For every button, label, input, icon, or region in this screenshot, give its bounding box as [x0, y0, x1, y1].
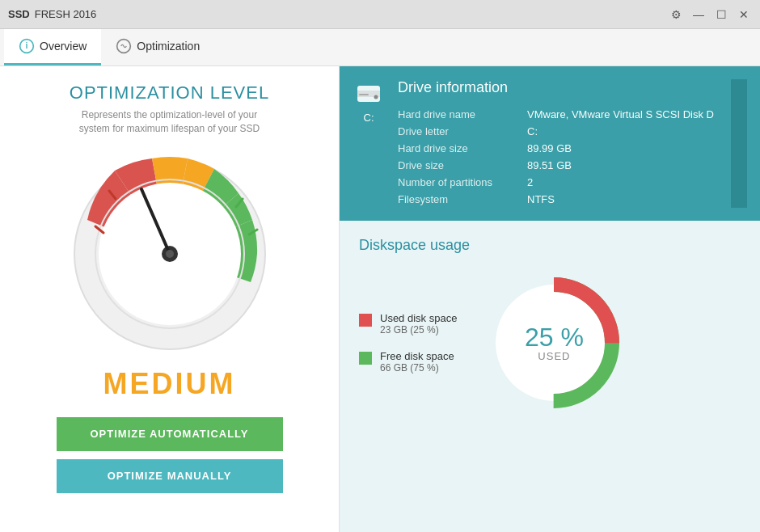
donut-percent: 25 %: [525, 324, 584, 350]
drive-section-accent: [731, 79, 747, 208]
drive-info-value: 89.99 GB: [527, 140, 718, 157]
drive-info-row-5: FilesystemNTFS: [398, 191, 718, 208]
legend-text-1: Free disk space66 GB (75 %): [380, 350, 454, 374]
legend-text-0: Used disk space23 GB (25 %): [380, 312, 457, 336]
legend-item-1: Free disk space66 GB (75 %): [359, 350, 457, 374]
drive-info-label: Filesystem: [398, 191, 527, 208]
optimization-icon: [116, 38, 132, 54]
drive-info-column: Drive information Hard drive nameVMware,…: [398, 79, 718, 208]
drive-info-value: 2: [527, 174, 718, 191]
drive-info-label: Drive size: [398, 157, 527, 174]
drive-info-row-3: Drive size89.51 GB: [398, 157, 718, 174]
drive-info-row-1: Drive letterC:: [398, 123, 718, 140]
legend-title-0: Used disk space: [380, 312, 457, 324]
drive-info-value: NTFS: [527, 191, 718, 208]
settings-button[interactable]: ⚙: [668, 6, 684, 23]
legend-sub-0: 23 GB (25 %): [380, 324, 457, 336]
drive-info-value: C:: [527, 123, 718, 140]
main-content: OPTIMIZATION LEVEL Represents the optimi…: [0, 66, 760, 532]
svg-rect-16: [359, 94, 369, 95]
maximize-button[interactable]: ☐: [713, 6, 729, 23]
optimization-title: OPTIMIZATION LEVEL: [70, 82, 269, 103]
tab-optimization-label: Optimization: [137, 40, 200, 53]
donut-used-label: USED: [525, 350, 584, 362]
optimize-automatically-button[interactable]: OPTIMIZE AUTOMATICALLY: [57, 417, 283, 451]
legend-title-1: Free disk space: [380, 350, 454, 362]
tab-overview[interactable]: i Overview: [4, 29, 101, 65]
legend-item-0: Used disk space23 GB (25 %): [359, 312, 457, 336]
legend-items: Used disk space23 GB (25 %)Free disk spa…: [359, 312, 457, 374]
drive-info-title: Drive information: [398, 79, 718, 96]
drive-info-table: Hard drive nameVMware, VMware Virtual S …: [398, 106, 718, 208]
tab-optimization[interactable]: Optimization: [101, 29, 214, 65]
right-panel: C: Drive information Hard drive nameVMwa…: [340, 66, 760, 532]
legend-color-red: [359, 314, 372, 327]
tab-overview-label: Overview: [40, 40, 87, 53]
drive-info-row-4: Number of partitions2: [398, 174, 718, 191]
drive-section: C: Drive information Hard drive nameVMwa…: [340, 66, 760, 221]
optimize-manually-button[interactable]: OPTIMIZE MANUALLY: [57, 459, 283, 493]
drive-info-label: Drive letter: [398, 123, 527, 140]
title-bar: SSD FRESH 2016 ⚙ — ☐ ✕: [0, 0, 760, 29]
gauge-svg: [65, 149, 275, 359]
donut-chart: 25 % USED: [481, 270, 627, 416]
drive-icon-column: C:: [353, 79, 385, 208]
app-name-ssd: SSD: [8, 8, 30, 20]
hard-drive-icon: [354, 79, 383, 108]
minimize-button[interactable]: —: [690, 6, 707, 23]
drive-info-row-2: Hard drive size89.99 GB: [398, 140, 718, 157]
level-label: MEDIUM: [103, 367, 236, 401]
info-icon: i: [19, 38, 35, 54]
optimization-subtitle: Represents the optimization-level of you…: [79, 108, 260, 136]
left-panel: OPTIMIZATION LEVEL Represents the optimi…: [0, 66, 340, 532]
diskspace-title: Diskspace usage: [359, 237, 741, 254]
close-button[interactable]: ✕: [736, 6, 752, 23]
nav-bar: i Overview Optimization: [0, 29, 760, 66]
svg-text:i: i: [25, 40, 27, 50]
title-bar-controls: ⚙ — ☐ ✕: [668, 6, 752, 23]
title-bar-left: SSD FRESH 2016: [8, 8, 96, 20]
drive-info-value: 89.51 GB: [527, 157, 718, 174]
drive-info-label: Number of partitions: [398, 174, 527, 191]
svg-point-15: [374, 95, 378, 99]
drive-info-row-0: Hard drive nameVMware, VMware Virtual S …: [398, 106, 718, 123]
legend-sub-1: 66 GB (75 %): [380, 362, 454, 374]
svg-point-12: [166, 250, 174, 258]
diskspace-content: Used disk space23 GB (25 %)Free disk spa…: [359, 270, 741, 416]
drive-info-label: Hard drive name: [398, 106, 527, 123]
donut-center-text: 25 % USED: [525, 324, 584, 362]
legend-color-green: [359, 352, 372, 365]
app-name-fresh: FRESH 2016: [35, 8, 97, 20]
drive-letter: C:: [364, 112, 374, 124]
drive-info-value: VMware, VMware Virtual S SCSI Disk D: [527, 106, 718, 123]
diskspace-section: Diskspace usage Used disk space23 GB (25…: [340, 221, 760, 532]
gauge-container: [65, 149, 275, 359]
drive-info-label: Hard drive size: [398, 140, 527, 157]
